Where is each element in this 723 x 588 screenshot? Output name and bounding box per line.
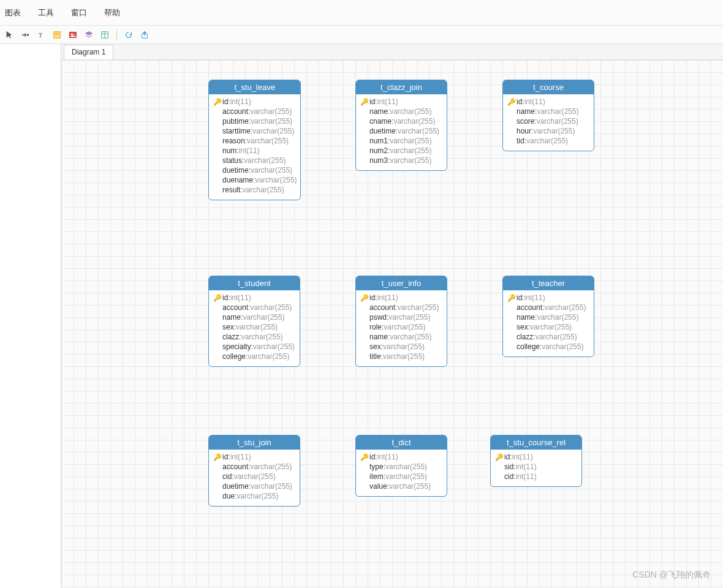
primary-key-icon: 🔑 bbox=[213, 98, 222, 106]
column-row: college: varchar(255) bbox=[507, 342, 590, 352]
entity-t_stu_course_rel[interactable]: t_stu_course_rel🔑id: int(11)sid: int(11)… bbox=[490, 435, 582, 487]
layer-icon[interactable] bbox=[82, 28, 96, 42]
column-name: role bbox=[369, 323, 382, 331]
column-type: varchar(255) bbox=[544, 303, 586, 312]
column-row: college: varchar(255) bbox=[213, 352, 296, 361]
column-row: 🔑id: int(11) bbox=[507, 293, 590, 303]
image-icon[interactable] bbox=[66, 28, 80, 42]
column-row: num2: varchar(255) bbox=[360, 146, 443, 156]
column-name: type bbox=[369, 462, 384, 471]
column-row: sex: varchar(255) bbox=[213, 322, 296, 332]
menu-item[interactable]: 工具 bbox=[38, 7, 54, 18]
column-row: name: varchar(255) bbox=[507, 312, 590, 322]
column-type: varchar(255) bbox=[243, 186, 284, 194]
primary-key-icon: 🔑 bbox=[213, 453, 222, 461]
column-row: sid: int(11) bbox=[494, 462, 578, 472]
export-icon[interactable] bbox=[138, 28, 151, 42]
primary-key-icon: 🔑 bbox=[360, 294, 369, 302]
refresh-icon[interactable] bbox=[122, 28, 135, 42]
column-type: varchar(255) bbox=[533, 127, 575, 135]
tabs-bar: Diagram 1 bbox=[61, 44, 723, 60]
column-name: id bbox=[369, 293, 375, 302]
column-row: due: varchar(255) bbox=[213, 491, 296, 501]
column-row: cid: int(11) bbox=[494, 472, 578, 481]
entity-header: t_clazz_join bbox=[356, 80, 447, 94]
column-row: account: varchar(255) bbox=[213, 303, 296, 312]
column-row: duetime: varchar(255) bbox=[213, 481, 296, 491]
entity-t_dict[interactable]: t_dict🔑id: int(11)type: varchar(255)item… bbox=[355, 435, 447, 497]
entity-header: t_user_info bbox=[356, 276, 447, 290]
diagram-canvas[interactable]: t_stu_leave🔑id: int(11)account: varchar(… bbox=[61, 60, 723, 588]
column-type: varchar(255) bbox=[251, 117, 292, 126]
column-name: title bbox=[369, 352, 381, 361]
tab-diagram[interactable]: Diagram 1 bbox=[64, 45, 113, 59]
entity-body: 🔑id: int(11)account: varchar(255)pubtime… bbox=[209, 94, 300, 200]
column-type: varchar(255) bbox=[530, 323, 572, 331]
sidebar-panel bbox=[0, 44, 61, 588]
column-type: int(11) bbox=[524, 97, 545, 106]
column-type: varchar(255) bbox=[390, 333, 431, 341]
column-type: varchar(255) bbox=[236, 323, 278, 331]
column-type: varchar(255) bbox=[536, 333, 577, 341]
column-name: num3 bbox=[369, 156, 388, 165]
entity-t_course[interactable]: t_course🔑id: int(11)name: varchar(255)sc… bbox=[502, 80, 594, 151]
column-type: varchar(255) bbox=[393, 117, 435, 126]
column-row: sex: varchar(255) bbox=[360, 342, 443, 352]
column-name: pubtime bbox=[222, 117, 249, 126]
relation-icon[interactable] bbox=[18, 28, 32, 42]
entity-body: 🔑id: int(11)account: varchar(255)name: v… bbox=[209, 290, 300, 366]
column-row: starttime: varchar(255) bbox=[213, 126, 297, 136]
column-type: int(11) bbox=[516, 472, 537, 481]
entity-t_stu_join[interactable]: t_stu_join🔑id: int(11)account: varchar(2… bbox=[208, 435, 300, 507]
menu-item[interactable]: 图表 bbox=[5, 7, 21, 18]
column-row: 🔑id: int(11) bbox=[507, 97, 590, 107]
entity-body: 🔑id: int(11)account: varchar(255)pswd: v… bbox=[356, 290, 447, 366]
column-name: reason bbox=[222, 137, 245, 145]
note-icon[interactable] bbox=[50, 28, 64, 42]
column-row: sex: varchar(255) bbox=[507, 322, 590, 332]
column-row: account: varchar(255) bbox=[507, 303, 590, 312]
entity-t_teacher[interactable]: t_teacher🔑id: int(11)account: varchar(25… bbox=[502, 276, 594, 357]
primary-key-icon: 🔑 bbox=[360, 98, 369, 106]
menu-item[interactable]: 窗口 bbox=[71, 7, 87, 18]
column-name: pswd bbox=[369, 313, 387, 322]
column-row: type: varchar(255) bbox=[360, 462, 443, 472]
entity-header: t_student bbox=[209, 276, 300, 290]
entity-t_student[interactable]: t_student🔑id: int(11)account: varchar(25… bbox=[208, 276, 300, 367]
entity-header: t_stu_leave bbox=[209, 80, 300, 94]
column-type: varchar(255) bbox=[247, 137, 289, 145]
column-name: sid bbox=[504, 462, 513, 471]
column-row: num1: varchar(255) bbox=[360, 136, 443, 146]
column-name: account bbox=[369, 303, 395, 312]
column-type: int(11) bbox=[230, 97, 251, 106]
column-type: int(11) bbox=[524, 293, 545, 302]
column-row: score: varchar(255) bbox=[507, 116, 590, 126]
primary-key-icon: 🔑 bbox=[213, 294, 222, 302]
column-name: id bbox=[504, 453, 510, 461]
menu-item[interactable]: 帮助 bbox=[104, 7, 120, 18]
column-row: status: varchar(255) bbox=[213, 156, 297, 165]
column-name: id bbox=[517, 97, 522, 106]
column-name: clazz bbox=[222, 333, 239, 341]
column-name: cid bbox=[222, 472, 232, 481]
column-name: sex bbox=[222, 323, 234, 331]
entity-t_clazz_join[interactable]: t_clazz_join🔑id: int(11)name: varchar(25… bbox=[355, 80, 447, 171]
column-name: clazz bbox=[517, 333, 533, 341]
entity-t_stu_leave[interactable]: t_stu_leave🔑id: int(11)account: varchar(… bbox=[208, 80, 301, 200]
cursor-icon[interactable] bbox=[2, 28, 16, 42]
table-icon[interactable] bbox=[98, 28, 112, 42]
entity-t_user_info[interactable]: t_user_info🔑id: int(11)account: varchar(… bbox=[355, 276, 447, 367]
column-name: college bbox=[517, 342, 540, 351]
entity-body: 🔑id: int(11)account: varchar(255)name: v… bbox=[503, 290, 594, 356]
column-row: 🔑id: int(11) bbox=[494, 452, 578, 462]
column-row: reason: varchar(255) bbox=[213, 136, 297, 146]
column-row: account: varchar(255) bbox=[213, 107, 297, 116]
entity-header: t_dict bbox=[356, 435, 447, 450]
column-type: varchar(255) bbox=[390, 146, 431, 155]
column-name: duetime bbox=[222, 166, 249, 175]
text-icon[interactable]: T bbox=[34, 28, 48, 42]
column-name: account bbox=[517, 303, 542, 312]
column-type: varchar(255) bbox=[248, 352, 289, 361]
column-name: tid bbox=[517, 137, 524, 145]
column-type: varchar(255) bbox=[383, 342, 425, 351]
